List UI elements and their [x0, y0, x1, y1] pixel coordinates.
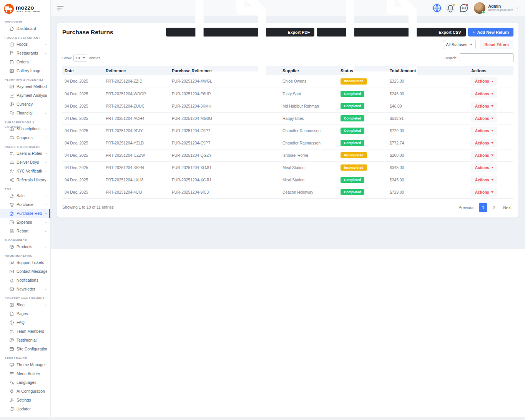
row-actions-button[interactable]: Actions — [471, 90, 497, 98]
sidebar-item-team-members[interactable]: Team Members — [0, 327, 50, 336]
sidebar-item-testimonial[interactable]: Testimonial — [0, 336, 50, 345]
sidebar-item-ai-configuration[interactable]: Ai Configuration — [0, 387, 50, 396]
status-badge: Completed — [341, 177, 364, 183]
cell-date: 04 Dec, 2025 — [62, 88, 103, 100]
row-actions-button[interactable]: Actions — [471, 188, 497, 196]
sidebar-item-site-configuration[interactable]: Site Configuration — [0, 345, 50, 354]
sidebar: mozzo ORDER . FOOD . HAPPY OVERVIEW Dash… — [0, 0, 51, 417]
sidebar-item-payment-analysis[interactable]: Payment Analysis — [0, 91, 50, 100]
reset-filters-button[interactable]: Reset Filters — [480, 40, 513, 49]
sidebar-item-menu-builder[interactable]: Menu Builder — [0, 369, 50, 378]
sidebar-item-foods[interactable]: Foods — [0, 40, 50, 49]
page-length-select[interactable]: 10 — [73, 55, 87, 61]
cell-supplier: Meal Station — [280, 161, 338, 174]
sidebar-section: E-COMMERCE Products — [0, 238, 50, 251]
row-actions-button[interactable]: Actions — [471, 126, 497, 135]
purchase-icon — [9, 202, 14, 207]
sidebar-item-dashboard[interactable]: Dashboard — [0, 24, 50, 33]
sidebar-section: PAYMENTS & FINANCIAL Payment Methods Pay… — [0, 78, 50, 118]
sidebar-item-report[interactable]: Report — [0, 227, 50, 236]
users-icon — [9, 151, 14, 156]
user-menu[interactable]: Admin admin@gmail.com — [472, 2, 520, 14]
chart-icon — [9, 93, 14, 98]
chevron-down-icon — [44, 194, 47, 198]
sidebar-item-updater[interactable]: Updater — [0, 405, 50, 413]
sidebar-section-label: E-COMMERCE — [0, 238, 50, 242]
chevron-down-icon — [44, 152, 47, 155]
menu-builder-icon — [9, 371, 14, 376]
export-pdf-button[interactable]: Export PDF — [166, 28, 315, 37]
row-actions-button[interactable]: Actions — [471, 139, 497, 147]
sidebar-item-support-tickets[interactable]: Support Tickets — [0, 258, 50, 267]
pagination-next[interactable]: Next — [501, 205, 513, 210]
notifications-button[interactable] — [445, 3, 455, 13]
status-filter-select[interactable]: All Statuses — [443, 40, 476, 49]
search-input[interactable] — [460, 53, 513, 62]
row-actions-button[interactable]: Actions — [471, 77, 497, 86]
status-badge: Incompleted — [341, 164, 367, 171]
chevron-down-icon — [44, 246, 47, 249]
row-actions-button[interactable]: Actions — [471, 163, 497, 172]
sidebar-item-financial[interactable]: Financial — [0, 109, 50, 118]
sidebar-item-blog[interactable]: Blog — [0, 300, 50, 309]
settings-icon — [9, 398, 14, 403]
sidebar-item-expense[interactable]: Expense — [0, 218, 50, 227]
sidebar-item-languages[interactable]: Languages — [0, 378, 50, 387]
sidebar-section: APPEARANCE Theme Manager Menu Builder La… — [0, 356, 50, 413]
sidebar-item-coupons[interactable]: Coupons — [0, 133, 50, 142]
add-new-return-button[interactable]: + Add New Return — [468, 28, 513, 37]
table-row: 04 Dec, 2025 PRT-20251204-4UI3 PUR-20251… — [62, 186, 513, 198]
table-header-row: DateReferencePurchase ReferenceSupplierS… — [62, 66, 513, 75]
brand[interactable]: mozzo ORDER . FOOD . HAPPY — [0, 0, 50, 17]
row-actions-button[interactable]: Actions — [471, 151, 497, 159]
sidebar-item-contact-messages[interactable]: Contact Messages — [0, 267, 50, 276]
newsletter-icon — [9, 287, 14, 292]
row-actions-button[interactable]: Actions — [471, 114, 497, 123]
faq-icon — [9, 320, 14, 325]
pagination-page-2[interactable]: 2 — [490, 203, 498, 212]
sidebar-item-settings[interactable]: Settings — [0, 396, 50, 405]
pagination-previous[interactable]: Previous — [457, 205, 476, 210]
sidebar-item-faq[interactable]: FAQ — [0, 318, 50, 327]
cell-purchase-reference: PUR-20251204-9IC3 — [169, 186, 280, 198]
sale-icon — [9, 193, 14, 198]
chevron-down-icon — [470, 44, 472, 45]
sidebar-item-deliver-boys[interactable]: Deliver Boys — [0, 158, 50, 167]
cell-supplier: Chandler Rasmussen — [280, 137, 338, 149]
language-globe-button[interactable] — [432, 3, 442, 13]
cell-reference: PRT-20251204-9FJY — [103, 125, 169, 137]
testimonial-icon — [9, 338, 14, 343]
sidebar-item-currency[interactable]: Currency — [0, 100, 50, 109]
cell-date: 04 Dec, 2025 — [62, 125, 103, 137]
sidebar-item-sale[interactable]: Sale — [0, 191, 50, 200]
sidebar-item-pages[interactable]: Pages — [0, 309, 50, 318]
sidebar-item-notifications[interactable]: Notifications — [0, 276, 50, 285]
sidebar-item-purchase[interactable]: Purchase — [0, 200, 50, 209]
sidebar-item-purchase-return[interactable]: Purchase Return — [0, 209, 50, 218]
messages-button[interactable] — [459, 3, 469, 13]
sidebar-item-products[interactable]: Products — [0, 242, 50, 251]
sidebar-item-theme-manager[interactable]: Theme Manager — [0, 360, 50, 369]
sidebar-item-users-roles[interactable]: Users & Roles — [0, 149, 50, 158]
table-row: 04 Dec, 2025 PRT-20251204-CZZW PUR-20251… — [62, 149, 513, 161]
sidebar-item-newsletter[interactable]: Newsletter — [0, 285, 50, 294]
sidebar-item-restaurants[interactable]: Restaurants — [0, 49, 50, 58]
pagination-page-1[interactable]: 1 — [479, 203, 487, 212]
cell-date: 04 Dec, 2025 — [62, 161, 103, 174]
caret-down-icon — [491, 191, 493, 193]
sidebar-item-gallery-image[interactable]: Gallery Image — [0, 66, 50, 75]
sidebar-item-referrals-history[interactable]: Referrals History — [0, 176, 50, 184]
row-actions-button[interactable]: Actions — [471, 176, 497, 184]
sidebar-item-kyc-verification[interactable]: KYC Verification — [0, 167, 50, 176]
sidebar-toggle-button[interactable] — [56, 4, 65, 12]
sidebar-item-orders[interactable]: Orders — [0, 58, 50, 66]
row-actions-button[interactable]: Actions — [471, 102, 497, 110]
horizontal-scrollbar[interactable] — [0, 417, 525, 420]
caret-down-icon — [491, 130, 493, 131]
sidebar-item-subscriptions[interactable]: Subscriptions — [0, 125, 50, 133]
export-csv-button[interactable]: Export CSV — [317, 28, 465, 37]
sidebar-section-label: PAYMENTS & FINANCIAL — [0, 78, 50, 82]
sidebar-item-payment-methods[interactable]: Payment Methods — [0, 82, 50, 91]
sidebar-section-label: FOOD & RESTAURANT — [0, 36, 50, 40]
status-badge: Incompleted — [341, 152, 367, 158]
